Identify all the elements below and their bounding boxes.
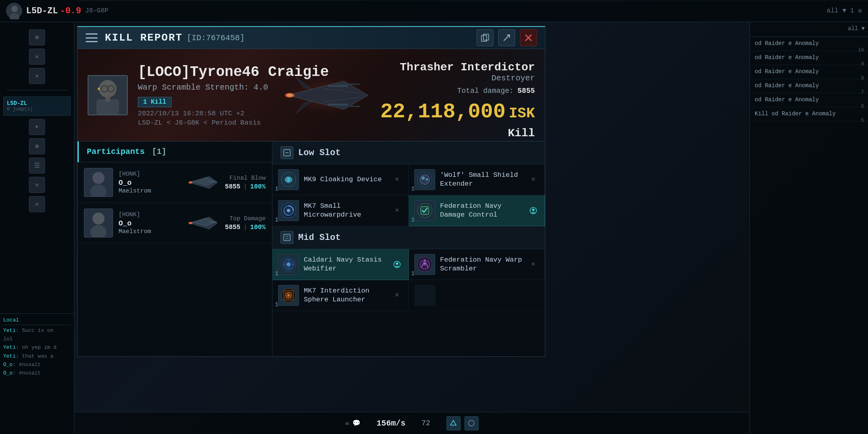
isk-value: 22,118,000 xyxy=(380,100,506,124)
svg-point-11 xyxy=(98,88,100,90)
chat-line: lol xyxy=(3,336,71,343)
game-list-item[interactable]: od Raider e Anomaly10 xyxy=(750,37,868,51)
sidebar-icon-x2[interactable]: ✕ xyxy=(29,196,45,212)
dialog-actions xyxy=(477,29,537,46)
ship-type: Destroyer xyxy=(380,74,535,83)
low-slot-header: Low Slot xyxy=(272,141,545,164)
low-slot-title: Low Slot xyxy=(298,148,341,158)
svg-rect-13 xyxy=(105,97,110,102)
game-right-sidebar: all ▼ od Raider e Anomaly10od Raider e A… xyxy=(749,22,868,434)
mid-slot-icon xyxy=(280,231,293,244)
participant-name-2: O_o xyxy=(119,219,182,227)
participant-ship-1: Maelstrom xyxy=(119,188,182,194)
svg-point-40 xyxy=(422,176,425,180)
svg-rect-49 xyxy=(284,234,290,241)
security-status: -0.9 xyxy=(60,6,81,16)
chat-line: O_o: #nosalt xyxy=(3,361,71,368)
chat-lines: Yeti: Succ is onlolYeti: oh yep im dYeti… xyxy=(3,327,71,377)
participants-header: Participants [1] xyxy=(78,141,272,162)
svg-rect-22 xyxy=(336,106,360,107)
item-name-mwd: MK7 Small Microwarpdrive xyxy=(304,202,387,219)
mid-slot-grid: 1 Caldari Navy Stasis Webifier xyxy=(272,249,545,311)
bottom-bar: ✉ 💬 156m/s 72 xyxy=(74,412,749,434)
kill-hero: [LOCO]Tyrone46 Craigie Warp Scramble Str… xyxy=(78,49,545,141)
participant-weapon-2 xyxy=(187,211,219,235)
item-action-3[interactable]: × xyxy=(391,205,403,216)
dialog-title: KILL REPORT xyxy=(105,32,183,44)
item-name-shield: 'Wolf' Small Shield Extender xyxy=(440,171,523,188)
svg-rect-21 xyxy=(336,84,360,85)
nav-value: 72 xyxy=(422,419,430,427)
sidebar-icon-chat[interactable]: ☰ xyxy=(29,158,45,174)
game-list-item[interactable]: Kill od Raider e Anomaly5 xyxy=(750,107,868,121)
chat-line: Yeti: that was a xyxy=(3,353,71,360)
location-name: L5D-ZL xyxy=(26,6,58,16)
game-list-item[interactable]: od Raider e Anomaly8 xyxy=(750,65,868,79)
game-list: od Raider e Anomaly10od Raider e Anomaly… xyxy=(750,37,868,121)
svg-point-27 xyxy=(188,181,192,184)
low-slot-icon xyxy=(280,146,293,159)
ship-image xyxy=(264,57,392,133)
damage-stat-1: 5855 xyxy=(225,183,240,190)
sidebar-icon-1[interactable]: ⊕ xyxy=(29,29,45,45)
mail-icon[interactable]: ✉ xyxy=(345,419,349,427)
svg-point-16 xyxy=(287,94,293,97)
game-list-item[interactable]: od Raider e Anomaly6 xyxy=(750,93,868,107)
mid-slot-title: Mid Slot xyxy=(298,233,341,243)
svg-point-44 xyxy=(287,209,290,212)
kill-report-dialog: KILL REPORT [ID:7676458] xyxy=(77,26,545,357)
dialog-id: [ID:7676458] xyxy=(187,33,245,43)
sidebar-icon-x1[interactable]: ✕ xyxy=(29,177,45,193)
participants-count: [1] xyxy=(152,147,166,156)
low-slot-grid: 1 MK9 Cloaking Device × xyxy=(272,164,545,226)
sidebar-icon-jump[interactable]: ➤ xyxy=(29,119,45,135)
svg-point-29 xyxy=(92,213,104,225)
svg-rect-20 xyxy=(328,104,348,105)
item-name-dmgctrl: Federation Navy Damage Control xyxy=(440,202,523,219)
item-action-web[interactable] xyxy=(391,259,403,270)
filter-label: all xyxy=(827,7,838,14)
participant-row-2: [HONK] O_o Maelstrom Top Damage xyxy=(78,203,272,244)
item-icon-sphere xyxy=(278,285,299,306)
filter-btn[interactable]: ⊘ xyxy=(858,7,862,15)
participant-corp-1: [HONK] xyxy=(119,171,182,178)
item-qty-1: 1 xyxy=(275,186,278,192)
export-button[interactable] xyxy=(498,29,515,46)
svg-point-48 xyxy=(532,209,534,211)
sidebar-icon-3[interactable]: ✕ xyxy=(29,68,45,84)
participant-ship-2: Maelstrom xyxy=(119,228,182,235)
participant-info-1: [HONK] O_o Maelstrom xyxy=(119,171,182,194)
chat-header: Local xyxy=(3,317,71,325)
damage-label: Total damage: xyxy=(457,87,514,95)
sidebar-icon-map[interactable]: ⊗ xyxy=(29,138,45,154)
close-button[interactable] xyxy=(520,29,537,46)
chat-line: Yeti: oh yep im d xyxy=(3,344,71,351)
item-action-sphere[interactable]: × xyxy=(391,290,403,301)
player-avatar xyxy=(6,3,22,19)
sidebar-icon-2[interactable]: ✕ xyxy=(29,49,45,65)
mid-slot-header: Mid Slot xyxy=(272,226,545,249)
filter-icon[interactable]: ▼ xyxy=(842,7,846,14)
item-action-4[interactable] xyxy=(528,205,539,216)
svg-point-1 xyxy=(10,13,19,19)
nav-btn-2[interactable] xyxy=(465,416,479,430)
chat-icon[interactable]: 💬 xyxy=(352,419,360,427)
menu-icon[interactable] xyxy=(86,33,98,42)
ship-name: Thrasher Interdictor xyxy=(380,61,535,74)
participant-corp-2: [HONK] xyxy=(119,211,182,218)
svg-point-24 xyxy=(92,172,104,184)
item-action-scram[interactable]: × xyxy=(528,259,539,270)
game-list-item[interactable]: od Raider e Anomaly7 xyxy=(750,79,868,93)
nav-icons xyxy=(446,416,479,430)
item-name-scrambler: Federation Navy Warp Scrambler xyxy=(440,256,523,273)
participants-label: Participants xyxy=(87,147,145,156)
copy-button[interactable] xyxy=(477,29,493,46)
item-action-1[interactable]: × xyxy=(391,174,403,185)
game-list-item[interactable]: od Raider e Anomaly9 xyxy=(750,51,868,65)
item-action-2[interactable]: × xyxy=(528,174,539,185)
svg-point-67 xyxy=(469,420,474,426)
svg-rect-19 xyxy=(328,85,348,87)
participant-info-2: [HONK] O_o Maelstrom xyxy=(119,211,182,235)
nav-btn-1[interactable] xyxy=(446,416,461,430)
svg-point-37 xyxy=(287,178,291,182)
